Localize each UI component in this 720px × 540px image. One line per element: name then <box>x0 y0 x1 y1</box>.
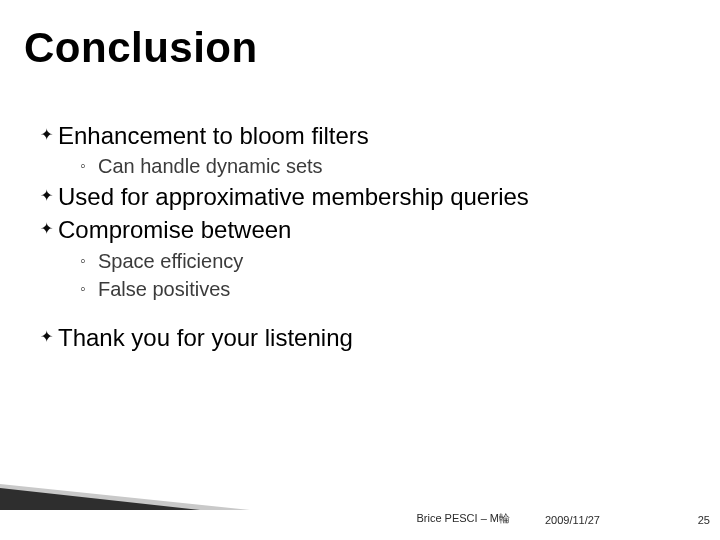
bullet-item: ✦ Compromise between <box>40 214 690 245</box>
footer-date: 2009/11/27 <box>545 514 600 526</box>
slide-content: ✦ Enhancement to bloom filters ◦ Can han… <box>40 120 690 355</box>
subbullet-item: ◦ Space efficiency <box>80 248 690 274</box>
subbullet-text: False positives <box>98 276 230 302</box>
footer-author: Brice PESCI – M輪 <box>416 511 510 526</box>
bullet-text: Thank you for your listening <box>58 322 690 353</box>
subbullet-text: Space efficiency <box>98 248 243 274</box>
subbullet-marker-icon: ◦ <box>80 248 98 274</box>
bullet-marker-icon: ✦ <box>40 120 58 150</box>
subbullet-marker-icon: ◦ <box>80 276 98 302</box>
bullet-marker-icon: ✦ <box>40 214 58 244</box>
slide-title: Conclusion <box>24 24 258 72</box>
bullet-item: ✦ Used for approximative membership quer… <box>40 181 690 212</box>
bullet-marker-icon: ✦ <box>40 181 58 211</box>
slide: Conclusion ✦ Enhancement to bloom filter… <box>0 0 720 540</box>
bullet-text: Compromise between <box>58 214 690 245</box>
spacer <box>40 304 690 322</box>
bullet-marker-icon: ✦ <box>40 322 58 352</box>
bullet-text: Enhancement to bloom filters <box>58 120 690 151</box>
subbullet-item: ◦ Can handle dynamic sets <box>80 153 690 179</box>
footer-page-number: 25 <box>698 514 710 526</box>
bullet-item: ✦ Enhancement to bloom filters <box>40 120 690 151</box>
subbullet-text: Can handle dynamic sets <box>98 153 323 179</box>
subbullet-marker-icon: ◦ <box>80 153 98 179</box>
subbullet-item: ◦ False positives <box>80 276 690 302</box>
bullet-item: ✦ Thank you for your listening <box>40 322 690 353</box>
bullet-text: Used for approximative membership querie… <box>58 181 690 212</box>
slide-footer: Brice PESCI – M輪 2009/11/27 25 <box>0 506 720 526</box>
